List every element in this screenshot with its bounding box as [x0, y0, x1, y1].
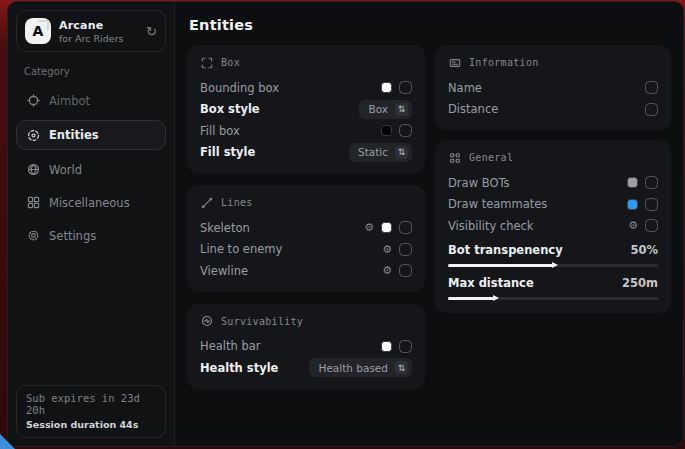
bot-transparency-label: Bot transpenency [448, 243, 563, 257]
distance-row: Distance [448, 99, 658, 121]
viewline-checkbox[interactable] [399, 264, 412, 277]
max-distance-slider[interactable] [448, 297, 658, 300]
draw-teammates-checkbox[interactable] [645, 198, 658, 211]
visibility-check-settings-icon[interactable]: ⚙ [628, 220, 638, 231]
gear-icon [26, 229, 40, 243]
information-section: Information Name Distance [435, 45, 671, 130]
health-style-row: Health style Health based ⇅ [200, 357, 412, 379]
sidebar-item-aimbot[interactable]: Aimbot [16, 87, 166, 114]
fill-style-row: Fill style Static ⇅ [200, 142, 412, 164]
viewline-settings-icon[interactable]: ⚙ [382, 265, 392, 276]
bot-transparency-row: Bot transpenency 50% [448, 241, 658, 270]
grid-icon [26, 196, 40, 210]
fill-box-color-swatch[interactable] [381, 125, 392, 136]
sidebar-item-miscellaneous[interactable]: Miscellaneous [16, 189, 166, 216]
skeleton-label: Skeleton [200, 221, 250, 235]
health-bar-label: Health bar [200, 339, 261, 353]
fill-style-select[interactable]: Static ⇅ [349, 143, 412, 162]
updown-icon: ⇅ [395, 103, 408, 116]
draw-teammates-row: Draw teammates [448, 194, 658, 216]
name-label: Name [448, 81, 482, 95]
brand-card: A Arcane for Arc Riders ↻ [16, 10, 166, 52]
fill-box-row: Fill box [200, 120, 412, 142]
sidebar-item-entities[interactable]: Entities [16, 120, 166, 150]
section-title: Survivability [221, 316, 303, 327]
sidebar-item-world[interactable]: World [16, 156, 166, 183]
draw-teammates-color-swatch[interactable] [627, 199, 638, 210]
skeleton-checkbox[interactable] [399, 221, 412, 234]
slider-fill [448, 264, 553, 267]
skeleton-row: Skeleton ⚙ [200, 217, 412, 239]
sidebar-nav: Aimbot Entities World Miscellaneous [16, 87, 166, 249]
health-bar-color-swatch[interactable] [381, 341, 392, 352]
page-title: Entities [189, 17, 669, 33]
general-section: General Draw BOTs Draw teammates [435, 140, 671, 313]
health-bar-row: Health bar [200, 336, 412, 358]
visibility-check-label: Visibility check [448, 219, 534, 233]
line-to-enemy-row: Line to enemy ⚙ [200, 239, 412, 261]
viewline-label: Viewline [200, 264, 248, 278]
slider-thumb[interactable] [552, 262, 558, 268]
brand-title: Arcane [59, 19, 138, 32]
bot-transparency-value: 50% [630, 243, 658, 257]
cursor-pointer [0, 434, 15, 449]
session-duration-text: Session duration 44s [26, 419, 156, 430]
health-bar-checkbox[interactable] [399, 340, 412, 353]
line-to-enemy-checkbox[interactable] [399, 243, 412, 256]
viewline-row: Viewline ⚙ [200, 260, 412, 282]
refresh-icon[interactable]: ↻ [146, 25, 157, 38]
crosshair-icon [26, 94, 40, 108]
skeleton-settings-icon[interactable]: ⚙ [364, 222, 374, 233]
lines-section: Lines Skeleton ⚙ Line to enemy ⚙ [187, 185, 425, 292]
visibility-check-checkbox[interactable] [645, 219, 658, 232]
box-style-select[interactable]: Box ⇅ [359, 100, 412, 119]
bounding-box-checkbox[interactable] [399, 81, 412, 94]
slider-fill [448, 297, 494, 300]
bounding-box-color-swatch[interactable] [381, 82, 392, 93]
skeleton-color-swatch[interactable] [381, 222, 392, 233]
updown-icon: ⇅ [395, 361, 408, 374]
box-brackets-icon [200, 56, 213, 69]
survivability-section: Survivability Health bar Health style He… [187, 304, 425, 389]
distance-label: Distance [448, 102, 498, 116]
fill-box-checkbox[interactable] [399, 124, 412, 137]
box-style-row: Box style Box ⇅ [200, 99, 412, 121]
distance-checkbox[interactable] [645, 103, 658, 116]
subscription-card: Sub expires in 23d 20h Session duration … [16, 385, 166, 438]
app-window: A Arcane for Arc Riders ↻ Category Aimbo… [7, 1, 684, 447]
fill-style-label: Fill style [200, 145, 255, 159]
line-to-enemy-settings-icon[interactable]: ⚙ [382, 244, 392, 255]
sidebar-item-label: Settings [49, 229, 96, 243]
box-section: Box Bounding box Box style Box ⇅ [187, 45, 425, 173]
box-style-label: Box style [200, 102, 260, 116]
info-tag-icon [448, 56, 461, 69]
entities-icon [26, 128, 40, 142]
fill-style-value: Static [358, 146, 388, 158]
max-distance-value: 250m [622, 276, 658, 290]
grid-dots-icon [448, 151, 461, 164]
section-title: Lines [221, 197, 253, 208]
draw-bots-label: Draw BOTs [448, 176, 510, 190]
section-title: Information [469, 57, 539, 68]
draw-bots-color-swatch[interactable] [627, 177, 638, 188]
draw-teammates-label: Draw teammates [448, 197, 547, 211]
health-style-select[interactable]: Health based ⇅ [309, 358, 412, 377]
sub-expiry-text: Sub expires in 23d 20h [26, 392, 156, 416]
name-checkbox[interactable] [645, 81, 658, 94]
sidebar-item-settings[interactable]: Settings [16, 222, 166, 249]
bounding-box-label: Bounding box [200, 81, 279, 95]
bot-transparency-slider[interactable] [448, 264, 658, 267]
sidebar-item-label: Entities [49, 128, 99, 142]
sidebar: A Arcane for Arc Riders ↻ Category Aimbo… [8, 2, 175, 446]
draw-bots-checkbox[interactable] [645, 176, 658, 189]
health-style-label: Health style [200, 361, 278, 375]
box-style-value: Box [368, 103, 388, 115]
draw-bots-row: Draw BOTs [448, 172, 658, 194]
max-distance-label: Max distance [448, 276, 534, 290]
sidebar-item-label: Aimbot [49, 94, 90, 108]
pulse-icon [200, 315, 213, 328]
brand-subtitle: for Arc Riders [59, 33, 138, 44]
slider-thumb[interactable] [493, 295, 499, 301]
visibility-check-row: Visibility check ⚙ [448, 215, 658, 237]
line-to-enemy-label: Line to enemy [200, 242, 282, 256]
